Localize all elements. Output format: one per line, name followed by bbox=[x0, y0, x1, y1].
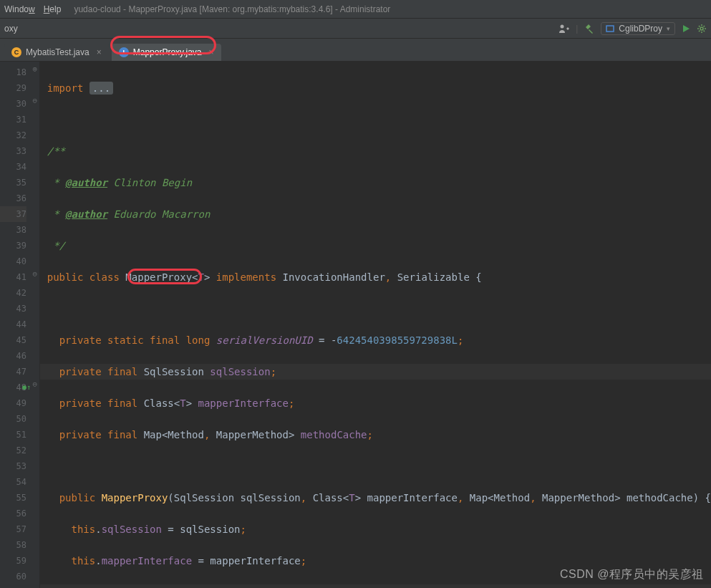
fold-column[interactable]: ⊕⊖⊖⊖ bbox=[31, 62, 40, 588]
close-icon[interactable]: × bbox=[97, 47, 102, 57]
build-icon[interactable] bbox=[584, 23, 595, 34]
menu-window[interactable]: Window bbox=[4, 4, 35, 14]
toolbar-right: | CglibDProy ▾ bbox=[558, 22, 707, 35]
editor-tabs: C MybatisTest.java × I MapperProxy.java … bbox=[0, 39, 711, 62]
window-title: yudao-cloud - MapperProxy.java [Maven: o… bbox=[74, 4, 390, 14]
breadcrumb[interactable]: oxy bbox=[4, 24, 18, 34]
tab-mybatistest[interactable]: C MybatisTest.java × bbox=[4, 44, 109, 61]
users-icon[interactable] bbox=[558, 24, 570, 34]
main-menu: Window Help bbox=[4, 4, 61, 14]
chevron-down-icon: ▾ bbox=[667, 25, 670, 32]
tab-label: MybatisTest.java bbox=[26, 47, 90, 57]
menu-help[interactable]: Help bbox=[44, 4, 62, 14]
tab-label: MapperProxy.java bbox=[133, 47, 202, 57]
run-icon[interactable] bbox=[681, 24, 691, 34]
code-area[interactable]: import ... /** * @author Clinton Begin *… bbox=[40, 62, 711, 588]
gutter[interactable]: 1829303132333435363738394041424344454647… bbox=[0, 62, 31, 588]
class-icon: C bbox=[11, 47, 21, 57]
gear-icon[interactable] bbox=[697, 24, 707, 34]
tab-mapperproxy[interactable]: I MapperProxy.java × bbox=[112, 44, 221, 61]
interface-icon: I bbox=[119, 47, 129, 57]
separator: | bbox=[576, 24, 578, 34]
svg-rect-1 bbox=[606, 26, 614, 32]
svg-point-0 bbox=[561, 24, 564, 28]
override-gutter-icon[interactable]: ●↑ bbox=[22, 380, 31, 395]
run-config-name: CglibDProy bbox=[619, 24, 662, 34]
svg-point-2 bbox=[700, 27, 703, 30]
editor: 1829303132333435363738394041424344454647… bbox=[0, 62, 711, 588]
close-icon[interactable]: × bbox=[209, 47, 214, 57]
run-config-dropdown[interactable]: CglibDProy ▾ bbox=[601, 22, 675, 35]
navigation-bar: oxy | CglibDProy ▾ bbox=[0, 19, 711, 39]
title-bar: Window Help yudao-cloud - MapperProxy.ja… bbox=[0, 0, 711, 19]
